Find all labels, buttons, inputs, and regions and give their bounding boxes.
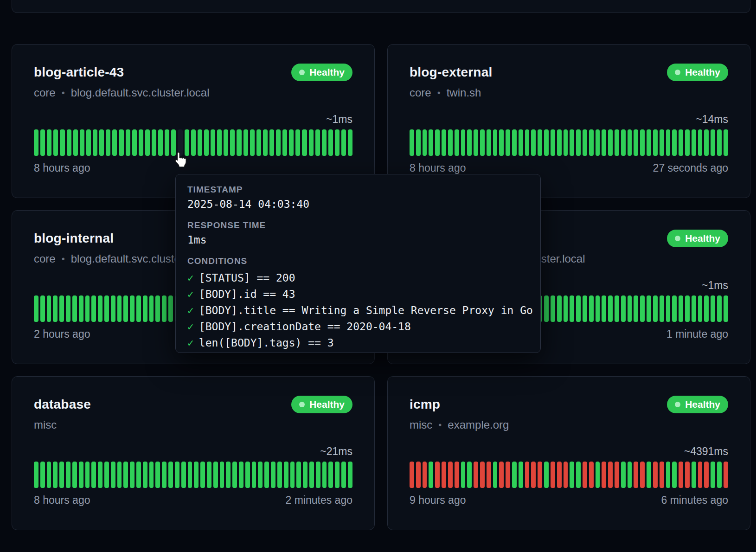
status-bar[interactable] xyxy=(47,129,51,156)
status-bar[interactable] xyxy=(220,462,224,488)
status-bar[interactable] xyxy=(200,462,205,488)
status-bar[interactable] xyxy=(461,462,466,488)
status-bar[interactable] xyxy=(217,129,222,156)
status-bar[interactable] xyxy=(589,462,594,488)
status-bar[interactable] xyxy=(506,462,510,488)
status-bar[interactable] xyxy=(348,129,352,156)
status-bar[interactable] xyxy=(296,462,301,488)
status-bar[interactable] xyxy=(634,462,638,488)
status-bar[interactable] xyxy=(271,462,275,488)
status-bar[interactable] xyxy=(111,295,115,322)
status-bar[interactable] xyxy=(224,129,228,156)
status-bar[interactable] xyxy=(289,129,294,156)
status-bar[interactable] xyxy=(583,462,587,488)
status-bar[interactable] xyxy=(647,129,651,156)
status-bar[interactable] xyxy=(672,129,677,156)
status-bar[interactable] xyxy=(621,462,626,488)
status-bar[interactable] xyxy=(211,129,215,156)
status-bar[interactable] xyxy=(698,129,703,156)
status-bar[interactable] xyxy=(608,295,613,322)
status-bar[interactable] xyxy=(692,129,696,156)
status-bar[interactable] xyxy=(711,462,715,488)
status-bar[interactable] xyxy=(570,295,574,322)
status-bar[interactable] xyxy=(615,295,619,322)
status-bar[interactable] xyxy=(551,129,555,156)
status-bar[interactable] xyxy=(493,129,498,156)
status-bar[interactable] xyxy=(328,462,333,488)
status-bar[interactable] xyxy=(660,462,664,488)
endpoint-card[interactable]: icmp Healthy misc • example.org ~4391ms … xyxy=(387,376,750,530)
status-bar[interactable] xyxy=(303,462,308,488)
status-bar[interactable] xyxy=(628,129,632,156)
status-bar[interactable] xyxy=(480,129,485,156)
status-bar[interactable] xyxy=(506,129,510,156)
status-bar[interactable] xyxy=(149,462,154,488)
status-bar[interactable] xyxy=(455,462,459,488)
endpoint-card[interactable]: database Healthy misc ~21ms 8 hours ago … xyxy=(12,376,375,530)
status-bar[interactable] xyxy=(341,129,346,156)
status-bar[interactable] xyxy=(181,462,186,488)
status-bar[interactable] xyxy=(474,462,478,488)
status-bar[interactable] xyxy=(583,295,587,322)
status-bar[interactable] xyxy=(583,129,587,156)
status-bar[interactable] xyxy=(40,295,45,322)
status-bar[interactable] xyxy=(467,129,472,156)
status-bar[interactable] xyxy=(191,129,196,156)
status-bar[interactable] xyxy=(250,129,255,156)
status-bar[interactable] xyxy=(685,295,690,322)
status-bar[interactable] xyxy=(348,462,352,488)
status-bar[interactable] xyxy=(499,129,504,156)
status-bar[interactable] xyxy=(162,295,167,322)
status-bar[interactable] xyxy=(647,295,651,322)
status-bar[interactable] xyxy=(448,129,453,156)
status-bar[interactable] xyxy=(429,462,433,488)
status-bar[interactable] xyxy=(704,295,709,322)
status-bar[interactable] xyxy=(679,462,683,488)
status-bar[interactable] xyxy=(467,462,472,488)
status-bar[interactable] xyxy=(104,295,109,322)
status-bar[interactable] xyxy=(711,129,715,156)
status-bar[interactable] xyxy=(40,462,45,488)
status-bar[interactable] xyxy=(143,462,147,488)
status-bar[interactable] xyxy=(416,129,421,156)
status-bar[interactable] xyxy=(207,462,211,488)
status-bar[interactable] xyxy=(309,129,314,156)
status-bar[interactable] xyxy=(136,295,141,322)
status-bar[interactable] xyxy=(660,129,664,156)
status-bar[interactable] xyxy=(165,129,169,156)
status-bar[interactable] xyxy=(711,295,715,322)
status-bar[interactable] xyxy=(621,129,626,156)
status-bar[interactable] xyxy=(99,129,104,156)
status-bar[interactable] xyxy=(564,129,568,156)
status-bar[interactable] xyxy=(93,129,97,156)
status-bar[interactable] xyxy=(602,129,606,156)
status-bar[interactable] xyxy=(666,129,671,156)
status-bar[interactable] xyxy=(685,129,690,156)
status-bar[interactable] xyxy=(480,462,485,488)
status-bar[interactable] xyxy=(704,129,709,156)
status-bar[interactable] xyxy=(149,295,154,322)
status-bar[interactable] xyxy=(132,129,137,156)
status-bar[interactable] xyxy=(309,462,314,488)
status-bar[interactable] xyxy=(139,129,143,156)
status-bar[interactable] xyxy=(564,295,568,322)
status-bar[interactable] xyxy=(724,462,728,488)
status-bar[interactable] xyxy=(499,462,504,488)
status-bar[interactable] xyxy=(335,462,340,488)
status-bar[interactable] xyxy=(53,295,58,322)
status-bar[interactable] xyxy=(123,462,128,488)
status-bar[interactable] xyxy=(47,295,51,322)
status-bar[interactable] xyxy=(79,462,83,488)
status-bar[interactable] xyxy=(175,462,179,488)
status-bar[interactable] xyxy=(525,462,530,488)
status-bar[interactable] xyxy=(213,462,218,488)
status-bar[interactable] xyxy=(596,295,600,322)
status-bar[interactable] xyxy=(245,462,250,488)
status-bar[interactable] xyxy=(493,462,498,488)
status-bar[interactable] xyxy=(660,295,664,322)
status-bar[interactable] xyxy=(666,295,671,322)
status-bar[interactable] xyxy=(525,129,530,156)
status-bar[interactable] xyxy=(123,295,128,322)
status-bar[interactable] xyxy=(264,462,269,488)
status-bar[interactable] xyxy=(474,129,478,156)
